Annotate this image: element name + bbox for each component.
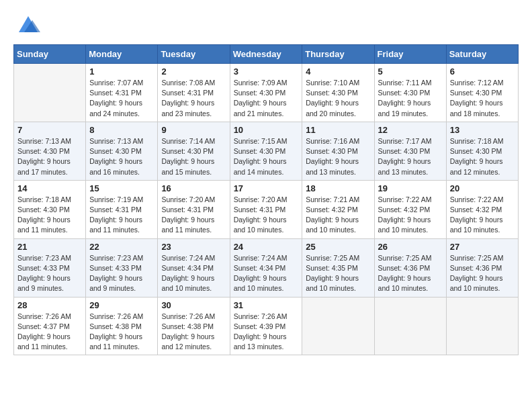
calendar-day-cell bbox=[374, 297, 446, 355]
day-info: Sunrise: 7:07 AMSunset: 4:31 PMDaylight:… bbox=[89, 78, 154, 119]
day-info: Sunrise: 7:15 AMSunset: 4:30 PMDaylight:… bbox=[234, 136, 299, 177]
calendar-day-cell: 9Sunrise: 7:14 AMSunset: 4:30 PMDaylight… bbox=[158, 122, 230, 180]
calendar-day-cell: 23Sunrise: 7:24 AMSunset: 4:34 PMDayligh… bbox=[158, 238, 230, 297]
calendar-day-cell: 7Sunrise: 7:13 AMSunset: 4:30 PMDaylight… bbox=[14, 122, 86, 180]
day-of-week-header: Friday bbox=[374, 45, 446, 64]
calendar-day-cell: 16Sunrise: 7:20 AMSunset: 4:31 PMDayligh… bbox=[158, 180, 230, 238]
day-info: Sunrise: 7:18 AMSunset: 4:30 PMDaylight:… bbox=[450, 136, 515, 177]
day-info: Sunrise: 7:23 AMSunset: 4:33 PMDaylight:… bbox=[89, 253, 154, 294]
calendar-day-cell: 12Sunrise: 7:17 AMSunset: 4:30 PMDayligh… bbox=[374, 122, 446, 180]
calendar-day-cell: 28Sunrise: 7:26 AMSunset: 4:37 PMDayligh… bbox=[14, 297, 86, 355]
day-number: 23 bbox=[161, 242, 226, 252]
day-info: Sunrise: 7:11 AMSunset: 4:30 PMDaylight:… bbox=[378, 78, 443, 119]
day-info: Sunrise: 7:09 AMSunset: 4:30 PMDaylight:… bbox=[234, 78, 299, 119]
calendar-day-cell: 17Sunrise: 7:20 AMSunset: 4:31 PMDayligh… bbox=[230, 180, 302, 238]
day-of-week-header: Wednesday bbox=[230, 45, 302, 64]
calendar-day-cell: 14Sunrise: 7:18 AMSunset: 4:30 PMDayligh… bbox=[14, 180, 86, 238]
day-number: 14 bbox=[17, 183, 82, 193]
day-number: 9 bbox=[161, 125, 226, 135]
day-info: Sunrise: 7:20 AMSunset: 4:31 PMDaylight:… bbox=[234, 195, 299, 236]
day-number: 8 bbox=[89, 125, 154, 135]
calendar-day-cell: 27Sunrise: 7:25 AMSunset: 4:36 PMDayligh… bbox=[446, 238, 518, 297]
day-number: 10 bbox=[234, 125, 299, 135]
logo bbox=[13, 13, 40, 38]
calendar-day-cell: 10Sunrise: 7:15 AMSunset: 4:30 PMDayligh… bbox=[230, 122, 302, 180]
day-of-week-header: Monday bbox=[86, 45, 158, 64]
calendar-day-cell: 31Sunrise: 7:26 AMSunset: 4:39 PMDayligh… bbox=[230, 297, 302, 355]
day-number: 30 bbox=[161, 300, 226, 310]
calendar-day-cell: 19Sunrise: 7:22 AMSunset: 4:32 PMDayligh… bbox=[374, 180, 446, 238]
calendar-day-cell: 2Sunrise: 7:08 AMSunset: 4:31 PMDaylight… bbox=[158, 64, 230, 122]
calendar-day-cell: 20Sunrise: 7:22 AMSunset: 4:32 PMDayligh… bbox=[446, 180, 518, 238]
day-info: Sunrise: 7:13 AMSunset: 4:30 PMDaylight:… bbox=[89, 136, 154, 177]
day-of-week-header: Saturday bbox=[446, 45, 518, 64]
day-info: Sunrise: 7:14 AMSunset: 4:30 PMDaylight:… bbox=[161, 136, 226, 177]
calendar-day-cell bbox=[302, 297, 374, 355]
page-header bbox=[13, 13, 519, 38]
day-number: 1 bbox=[89, 66, 154, 77]
day-number: 12 bbox=[378, 125, 443, 135]
calendar-day-cell: 24Sunrise: 7:24 AMSunset: 4:34 PMDayligh… bbox=[230, 238, 302, 297]
day-info: Sunrise: 7:20 AMSunset: 4:31 PMDaylight:… bbox=[161, 195, 226, 236]
day-number: 11 bbox=[306, 125, 370, 135]
day-info: Sunrise: 7:26 AMSunset: 4:39 PMDaylight:… bbox=[234, 312, 299, 353]
day-number: 17 bbox=[234, 183, 299, 193]
day-info: Sunrise: 7:24 AMSunset: 4:34 PMDaylight:… bbox=[161, 253, 226, 294]
calendar-day-cell: 25Sunrise: 7:25 AMSunset: 4:35 PMDayligh… bbox=[302, 238, 374, 297]
day-number: 24 bbox=[234, 242, 299, 252]
day-of-week-header: Tuesday bbox=[158, 45, 230, 64]
calendar-day-cell: 4Sunrise: 7:10 AMSunset: 4:30 PMDaylight… bbox=[302, 64, 374, 122]
day-number: 25 bbox=[306, 242, 370, 252]
calendar-day-cell: 29Sunrise: 7:26 AMSunset: 4:38 PMDayligh… bbox=[86, 297, 158, 355]
day-number: 29 bbox=[89, 300, 154, 310]
calendar-week-row: 7Sunrise: 7:13 AMSunset: 4:30 PMDaylight… bbox=[14, 122, 519, 180]
day-number: 22 bbox=[89, 242, 154, 252]
calendar-day-cell: 26Sunrise: 7:25 AMSunset: 4:36 PMDayligh… bbox=[374, 238, 446, 297]
calendar-day-cell bbox=[446, 297, 518, 355]
day-number: 18 bbox=[306, 183, 370, 193]
calendar-day-cell: 22Sunrise: 7:23 AMSunset: 4:33 PMDayligh… bbox=[86, 238, 158, 297]
day-info: Sunrise: 7:19 AMSunset: 4:31 PMDaylight:… bbox=[89, 195, 154, 236]
day-info: Sunrise: 7:26 AMSunset: 4:37 PMDaylight:… bbox=[17, 312, 82, 353]
calendar-day-cell: 18Sunrise: 7:21 AMSunset: 4:32 PMDayligh… bbox=[302, 180, 374, 238]
calendar-day-cell: 3Sunrise: 7:09 AMSunset: 4:30 PMDaylight… bbox=[230, 64, 302, 122]
day-number: 13 bbox=[450, 125, 515, 135]
day-number: 15 bbox=[89, 183, 154, 193]
calendar-day-cell: 8Sunrise: 7:13 AMSunset: 4:30 PMDaylight… bbox=[86, 122, 158, 180]
day-info: Sunrise: 7:25 AMSunset: 4:36 PMDaylight:… bbox=[450, 253, 515, 294]
day-number: 3 bbox=[234, 66, 299, 77]
day-of-week-header: Sunday bbox=[14, 45, 86, 64]
day-info: Sunrise: 7:26 AMSunset: 4:38 PMDaylight:… bbox=[89, 312, 154, 353]
day-number: 7 bbox=[17, 125, 82, 135]
day-info: Sunrise: 7:24 AMSunset: 4:34 PMDaylight:… bbox=[234, 253, 299, 294]
calendar-table: SundayMondayTuesdayWednesdayThursdayFrid… bbox=[13, 44, 519, 355]
day-info: Sunrise: 7:25 AMSunset: 4:36 PMDaylight:… bbox=[378, 253, 443, 294]
day-number: 20 bbox=[450, 183, 515, 193]
calendar-day-cell bbox=[14, 64, 86, 122]
day-info: Sunrise: 7:08 AMSunset: 4:31 PMDaylight:… bbox=[161, 78, 226, 119]
day-info: Sunrise: 7:26 AMSunset: 4:38 PMDaylight:… bbox=[161, 312, 226, 353]
calendar-week-row: 21Sunrise: 7:23 AMSunset: 4:33 PMDayligh… bbox=[14, 238, 519, 297]
day-number: 16 bbox=[161, 183, 226, 193]
day-info: Sunrise: 7:23 AMSunset: 4:33 PMDaylight:… bbox=[17, 253, 82, 294]
day-of-week-header: Thursday bbox=[302, 45, 374, 64]
calendar-day-cell: 21Sunrise: 7:23 AMSunset: 4:33 PMDayligh… bbox=[14, 238, 86, 297]
day-info: Sunrise: 7:16 AMSunset: 4:30 PMDaylight:… bbox=[306, 136, 370, 177]
calendar-day-cell: 5Sunrise: 7:11 AMSunset: 4:30 PMDaylight… bbox=[374, 64, 446, 122]
calendar-week-row: 28Sunrise: 7:26 AMSunset: 4:37 PMDayligh… bbox=[14, 297, 519, 355]
day-info: Sunrise: 7:22 AMSunset: 4:32 PMDaylight:… bbox=[450, 195, 515, 236]
day-number: 28 bbox=[17, 300, 82, 310]
day-number: 31 bbox=[234, 300, 299, 310]
calendar-day-cell: 11Sunrise: 7:16 AMSunset: 4:30 PMDayligh… bbox=[302, 122, 374, 180]
day-info: Sunrise: 7:21 AMSunset: 4:32 PMDaylight:… bbox=[306, 195, 370, 236]
day-info: Sunrise: 7:22 AMSunset: 4:32 PMDaylight:… bbox=[378, 195, 443, 236]
day-number: 19 bbox=[378, 183, 443, 193]
day-info: Sunrise: 7:25 AMSunset: 4:35 PMDaylight:… bbox=[306, 253, 370, 294]
day-number: 2 bbox=[161, 66, 226, 77]
calendar-day-cell: 30Sunrise: 7:26 AMSunset: 4:38 PMDayligh… bbox=[158, 297, 230, 355]
calendar-day-cell: 6Sunrise: 7:12 AMSunset: 4:30 PMDaylight… bbox=[446, 64, 518, 122]
day-number: 27 bbox=[450, 242, 515, 252]
day-number: 26 bbox=[378, 242, 443, 252]
calendar-week-row: 1Sunrise: 7:07 AMSunset: 4:31 PMDaylight… bbox=[14, 64, 519, 122]
day-info: Sunrise: 7:18 AMSunset: 4:30 PMDaylight:… bbox=[17, 195, 82, 236]
